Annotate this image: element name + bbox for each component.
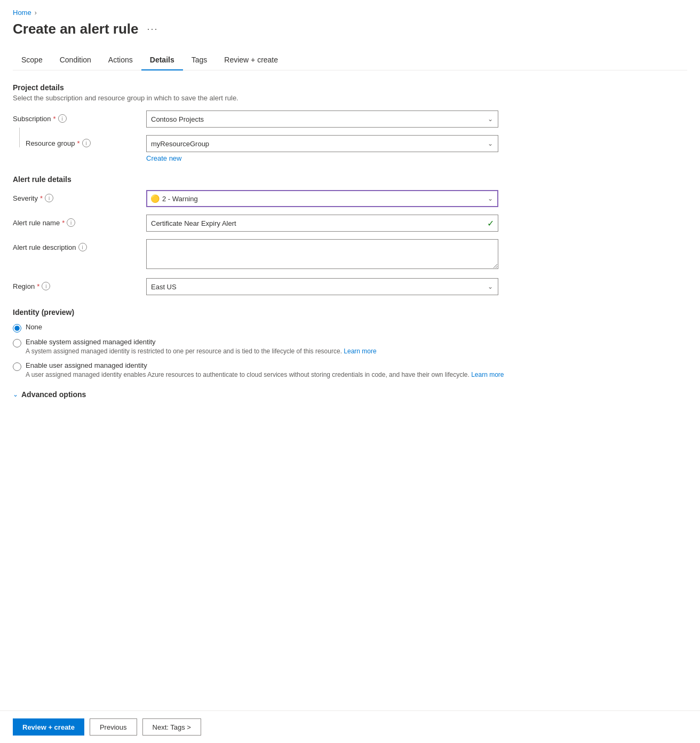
alert-rule-name-required: * bbox=[62, 219, 65, 227]
tab-review-create[interactable]: Review + create bbox=[216, 50, 287, 70]
severity-info-icon[interactable]: i bbox=[45, 194, 53, 202]
tab-scope[interactable]: Scope bbox=[13, 50, 51, 70]
identity-system-label[interactable]: Enable system assigned managed identity bbox=[26, 338, 377, 346]
resource-group-control: myResourceGroup ⌄ Create new bbox=[146, 135, 498, 162]
tabs-nav: Scope Condition Actions Details Tags Rev… bbox=[13, 50, 687, 70]
advanced-options-chevron-icon: ⌄ bbox=[13, 391, 18, 398]
home-link[interactable]: Home bbox=[13, 9, 31, 17]
footer: Review + create Previous Next: Tags > bbox=[0, 710, 700, 743]
page-title: Create an alert rule bbox=[13, 21, 139, 37]
identity-system-learn-more-link[interactable]: Learn more bbox=[344, 347, 376, 355]
previous-button[interactable]: Previous bbox=[90, 718, 137, 736]
identity-user-learn-more-link[interactable]: Learn more bbox=[471, 371, 504, 378]
region-required: * bbox=[37, 282, 39, 290]
resource-group-label: Resource group * i bbox=[13, 135, 146, 147]
region-select[interactable]: East US East US 2 West US West US 2 Nort… bbox=[146, 278, 498, 295]
severity-select[interactable]: 0 - Critical 1 - Error 2 - Warning 3 - I… bbox=[146, 190, 498, 207]
tab-actions[interactable]: Actions bbox=[100, 50, 141, 70]
identity-user-label[interactable]: Enable user assigned managed identity bbox=[26, 361, 504, 369]
create-new-link[interactable]: Create new bbox=[146, 154, 181, 162]
alert-rule-description-control bbox=[146, 239, 498, 271]
resource-group-select[interactable]: myResourceGroup bbox=[146, 135, 498, 152]
identity-system-description: A system assigned managed identity is re… bbox=[26, 347, 377, 356]
alert-rule-name-label: Alert rule name * i bbox=[13, 215, 146, 227]
subscription-info-icon[interactable]: i bbox=[58, 114, 67, 123]
identity-none-radio[interactable] bbox=[13, 324, 21, 333]
breadcrumb: Home › bbox=[13, 9, 687, 17]
alert-rule-details-title: Alert rule details bbox=[13, 175, 687, 184]
alert-rule-description-label: Alert rule description i bbox=[13, 239, 146, 251]
subscription-control: Contoso Projects ⌄ bbox=[146, 110, 498, 128]
resource-group-required: * bbox=[77, 139, 80, 147]
tab-details[interactable]: Details bbox=[141, 50, 183, 70]
subscription-required: * bbox=[53, 115, 56, 123]
identity-none-label[interactable]: None bbox=[26, 323, 42, 331]
breadcrumb-separator: › bbox=[35, 9, 37, 17]
alert-rule-description-textarea[interactable] bbox=[146, 239, 498, 269]
advanced-options-label: Advanced options bbox=[21, 390, 86, 399]
alert-rule-description-info-icon[interactable]: i bbox=[78, 243, 87, 251]
tab-tags[interactable]: Tags bbox=[183, 50, 216, 70]
ellipsis-menu-button[interactable]: ··· bbox=[144, 22, 162, 36]
identity-user-option: Enable user assigned managed identity A … bbox=[13, 361, 687, 380]
review-create-button[interactable]: Review + create bbox=[13, 718, 84, 736]
severity-required: * bbox=[40, 194, 43, 202]
identity-section-title: Identity (preview) bbox=[13, 308, 687, 317]
severity-label: Severity * i bbox=[13, 190, 146, 202]
region-label: Region * i bbox=[13, 278, 146, 290]
identity-system-option: Enable system assigned managed identity … bbox=[13, 338, 687, 356]
region-control: East US East US 2 West US West US 2 Nort… bbox=[146, 278, 498, 295]
identity-user-description: A user assigned managed identity enables… bbox=[26, 370, 504, 380]
severity-control: 🟡 0 - Critical 1 - Error 2 - Warning 3 -… bbox=[146, 190, 498, 207]
subscription-select[interactable]: Contoso Projects bbox=[146, 110, 498, 128]
advanced-options-section[interactable]: ⌄ Advanced options bbox=[13, 390, 687, 399]
identity-none-option: None bbox=[13, 323, 687, 333]
identity-system-radio[interactable] bbox=[13, 339, 21, 347]
project-details-description: Select the subscription and resource gro… bbox=[13, 94, 687, 102]
tab-condition[interactable]: Condition bbox=[51, 50, 100, 70]
project-details-section-title: Project details bbox=[13, 83, 687, 92]
subscription-label: Subscription * i bbox=[13, 110, 146, 123]
alert-rule-name-input[interactable] bbox=[146, 215, 498, 232]
next-tags-button[interactable]: Next: Tags > bbox=[142, 718, 201, 736]
identity-user-radio[interactable] bbox=[13, 362, 21, 371]
resource-group-info-icon[interactable]: i bbox=[82, 139, 91, 147]
alert-rule-name-info-icon[interactable]: i bbox=[67, 218, 75, 227]
alert-rule-name-control: ✓ bbox=[146, 215, 498, 232]
region-info-icon[interactable]: i bbox=[42, 282, 50, 290]
